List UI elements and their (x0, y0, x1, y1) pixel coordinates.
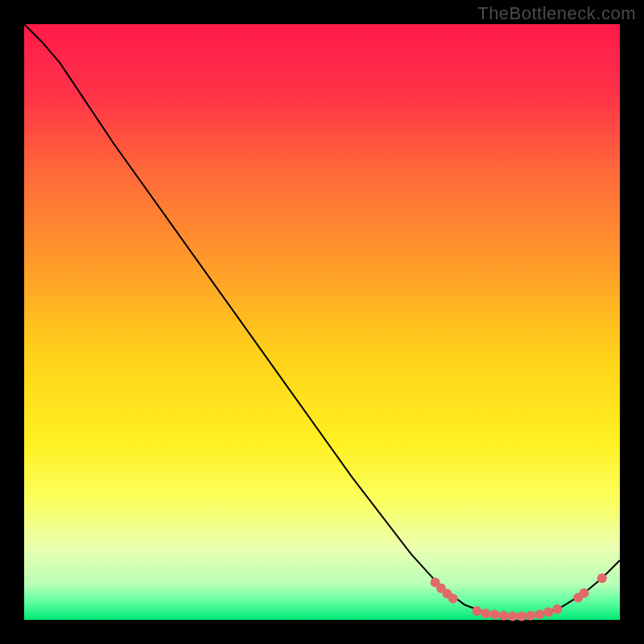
data-marker (490, 609, 500, 619)
data-marker (526, 611, 535, 621)
chart-frame: TheBottleneck.com (0, 0, 644, 644)
data-marker (543, 607, 553, 617)
bottleneck-chart (0, 0, 644, 644)
data-marker (552, 605, 562, 614)
data-marker (597, 573, 607, 583)
data-marker (535, 609, 544, 619)
data-marker (481, 609, 491, 618)
data-marker (448, 593, 458, 603)
data-marker (499, 611, 509, 621)
data-marker (508, 612, 518, 621)
watermark-text: TheBottleneck.com (477, 3, 636, 24)
data-marker (580, 588, 589, 598)
data-marker (472, 606, 481, 616)
plot-background (24, 24, 620, 620)
data-marker (517, 612, 526, 621)
